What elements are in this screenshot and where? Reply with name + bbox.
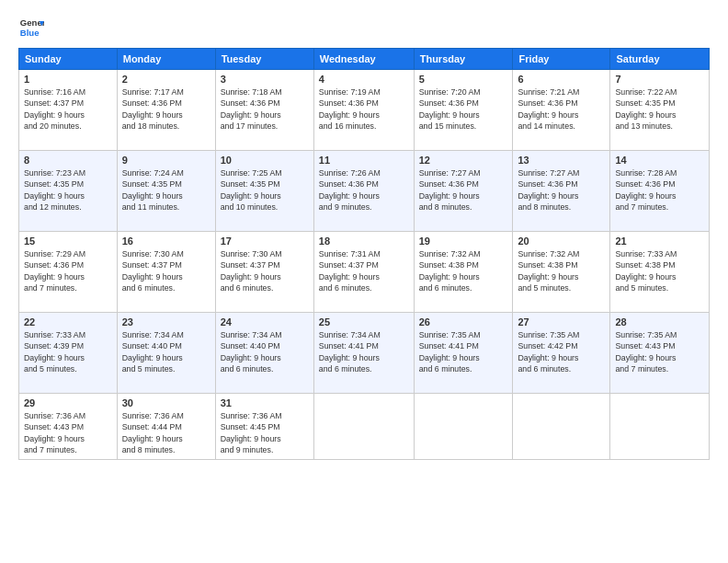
day-number: 20 (518, 236, 605, 247)
day-number: 7 (615, 74, 704, 85)
day-number: 21 (615, 236, 704, 247)
calendar-col-header: Friday (513, 49, 610, 70)
cell-content: Sunrise: 7:36 AM Sunset: 4:44 PM Dayligh… (122, 410, 210, 455)
cell-content: Sunrise: 7:21 AM Sunset: 4:36 PM Dayligh… (518, 86, 605, 132)
calendar-cell: 24 Sunrise: 7:34 AM Sunset: 4:40 PM Dayl… (215, 313, 313, 394)
header: General Blue (18, 15, 710, 40)
calendar-cell: 14 Sunrise: 7:28 AM Sunset: 4:36 PM Dayl… (610, 151, 710, 232)
calendar-cell: 16 Sunrise: 7:30 AM Sunset: 4:37 PM Dayl… (117, 232, 215, 313)
calendar-cell: 12 Sunrise: 7:27 AM Sunset: 4:36 PM Dayl… (414, 151, 513, 232)
day-number: 2 (122, 74, 210, 85)
cell-content: Sunrise: 7:19 AM Sunset: 4:36 PM Dayligh… (319, 86, 409, 132)
calendar-col-header: Wednesday (313, 49, 414, 70)
day-number: 8 (24, 155, 112, 166)
day-number: 15 (24, 236, 112, 247)
calendar-cell: 27 Sunrise: 7:35 AM Sunset: 4:42 PM Dayl… (513, 313, 610, 394)
logo: General Blue (18, 15, 44, 40)
cell-content: Sunrise: 7:35 AM Sunset: 4:41 PM Dayligh… (419, 329, 508, 374)
cell-content: Sunrise: 7:28 AM Sunset: 4:36 PM Dayligh… (615, 167, 704, 213)
cell-content: Sunrise: 7:31 AM Sunset: 4:37 PM Dayligh… (319, 248, 409, 293)
cell-content: Sunrise: 7:32 AM Sunset: 4:38 PM Dayligh… (518, 248, 605, 293)
cell-content: Sunrise: 7:16 AM Sunset: 4:37 PM Dayligh… (24, 86, 112, 132)
cell-content: Sunrise: 7:29 AM Sunset: 4:36 PM Dayligh… (24, 248, 112, 293)
day-number: 9 (122, 155, 210, 166)
logo-icon: General Blue (18, 15, 44, 40)
calendar-cell: 7 Sunrise: 7:22 AM Sunset: 4:35 PM Dayli… (610, 70, 710, 151)
calendar-cell: 20 Sunrise: 7:32 AM Sunset: 4:38 PM Dayl… (513, 232, 610, 313)
cell-content: Sunrise: 7:25 AM Sunset: 4:35 PM Dayligh… (221, 167, 309, 213)
calendar-cell: 28 Sunrise: 7:35 AM Sunset: 4:43 PM Dayl… (610, 313, 710, 394)
cell-content: Sunrise: 7:23 AM Sunset: 4:35 PM Dayligh… (24, 167, 112, 213)
cell-content: Sunrise: 7:35 AM Sunset: 4:43 PM Dayligh… (615, 329, 704, 374)
day-number: 25 (319, 316, 409, 327)
day-number: 4 (319, 74, 409, 85)
calendar-cell: 25 Sunrise: 7:34 AM Sunset: 4:41 PM Dayl… (313, 313, 414, 394)
cell-content: Sunrise: 7:36 AM Sunset: 4:43 PM Dayligh… (24, 410, 112, 455)
day-number: 31 (221, 397, 309, 408)
calendar-col-header: Saturday (610, 49, 710, 70)
calendar-cell: 6 Sunrise: 7:21 AM Sunset: 4:36 PM Dayli… (513, 70, 610, 151)
calendar-cell: 9 Sunrise: 7:24 AM Sunset: 4:35 PM Dayli… (117, 151, 215, 232)
day-number: 16 (122, 236, 210, 247)
calendar-cell: 2 Sunrise: 7:17 AM Sunset: 4:36 PM Dayli… (117, 70, 215, 151)
day-number: 24 (221, 316, 309, 327)
page: General Blue SundayMondayTuesdayWednesda… (0, 0, 728, 563)
cell-content: Sunrise: 7:22 AM Sunset: 4:35 PM Dayligh… (615, 86, 704, 132)
cell-content: Sunrise: 7:33 AM Sunset: 4:38 PM Dayligh… (615, 248, 704, 293)
day-number: 28 (615, 316, 704, 327)
calendar-col-header: Thursday (414, 49, 513, 70)
cell-content: Sunrise: 7:33 AM Sunset: 4:39 PM Dayligh… (24, 329, 112, 374)
calendar-col-header: Tuesday (215, 49, 313, 70)
day-number: 6 (518, 74, 605, 85)
cell-content: Sunrise: 7:35 AM Sunset: 4:42 PM Dayligh… (518, 329, 605, 374)
cell-content: Sunrise: 7:34 AM Sunset: 4:40 PM Dayligh… (221, 329, 309, 374)
day-number: 18 (319, 236, 409, 247)
calendar-table: SundayMondayTuesdayWednesdayThursdayFrid… (18, 48, 710, 460)
day-number: 14 (615, 155, 704, 166)
day-number: 3 (221, 74, 309, 85)
day-number: 30 (122, 397, 210, 408)
calendar-cell: 13 Sunrise: 7:27 AM Sunset: 4:36 PM Dayl… (513, 151, 610, 232)
day-number: 5 (419, 74, 508, 85)
calendar-cell: 21 Sunrise: 7:33 AM Sunset: 4:38 PM Dayl… (610, 232, 710, 313)
calendar-cell: 11 Sunrise: 7:26 AM Sunset: 4:36 PM Dayl… (313, 151, 414, 232)
calendar-cell: 29 Sunrise: 7:36 AM Sunset: 4:43 PM Dayl… (19, 394, 118, 460)
calendar-cell: 3 Sunrise: 7:18 AM Sunset: 4:36 PM Dayli… (215, 70, 313, 151)
calendar-cell: 26 Sunrise: 7:35 AM Sunset: 4:41 PM Dayl… (414, 313, 513, 394)
day-number: 29 (24, 397, 112, 408)
day-number: 17 (221, 236, 309, 247)
cell-content: Sunrise: 7:27 AM Sunset: 4:36 PM Dayligh… (419, 167, 508, 213)
calendar-col-header: Monday (117, 49, 215, 70)
cell-content: Sunrise: 7:30 AM Sunset: 4:37 PM Dayligh… (122, 248, 210, 293)
cell-content: Sunrise: 7:18 AM Sunset: 4:36 PM Dayligh… (221, 86, 309, 132)
day-number: 19 (419, 236, 508, 247)
calendar-cell: 17 Sunrise: 7:30 AM Sunset: 4:37 PM Dayl… (215, 232, 313, 313)
cell-content: Sunrise: 7:24 AM Sunset: 4:35 PM Dayligh… (122, 167, 210, 213)
calendar-cell: 5 Sunrise: 7:20 AM Sunset: 4:36 PM Dayli… (414, 70, 513, 151)
day-number: 26 (419, 316, 508, 327)
cell-content: Sunrise: 7:26 AM Sunset: 4:36 PM Dayligh… (319, 167, 409, 213)
cell-content: Sunrise: 7:27 AM Sunset: 4:36 PM Dayligh… (518, 167, 605, 213)
calendar-cell: 19 Sunrise: 7:32 AM Sunset: 4:38 PM Dayl… (414, 232, 513, 313)
calendar-cell: 31 Sunrise: 7:36 AM Sunset: 4:45 PM Dayl… (215, 394, 313, 460)
calendar-cell: 4 Sunrise: 7:19 AM Sunset: 4:36 PM Dayli… (313, 70, 414, 151)
day-number: 27 (518, 316, 605, 327)
cell-content: Sunrise: 7:30 AM Sunset: 4:37 PM Dayligh… (221, 248, 309, 293)
cell-content: Sunrise: 7:17 AM Sunset: 4:36 PM Dayligh… (122, 86, 210, 132)
calendar-col-header: Sunday (19, 49, 118, 70)
day-number: 10 (221, 155, 309, 166)
day-number: 1 (24, 74, 112, 85)
calendar-cell: 8 Sunrise: 7:23 AM Sunset: 4:35 PM Dayli… (19, 151, 118, 232)
calendar-cell (313, 394, 414, 460)
calendar-cell: 1 Sunrise: 7:16 AM Sunset: 4:37 PM Dayli… (19, 70, 118, 151)
cell-content: Sunrise: 7:32 AM Sunset: 4:38 PM Dayligh… (419, 248, 508, 293)
cell-content: Sunrise: 7:34 AM Sunset: 4:41 PM Dayligh… (319, 329, 409, 374)
day-number: 12 (419, 155, 508, 166)
calendar-cell: 23 Sunrise: 7:34 AM Sunset: 4:40 PM Dayl… (117, 313, 215, 394)
calendar-cell: 30 Sunrise: 7:36 AM Sunset: 4:44 PM Dayl… (117, 394, 215, 460)
cell-content: Sunrise: 7:36 AM Sunset: 4:45 PM Dayligh… (221, 410, 309, 455)
calendar-cell (414, 394, 513, 460)
day-number: 11 (319, 155, 409, 166)
day-number: 13 (518, 155, 605, 166)
day-number: 23 (122, 316, 210, 327)
